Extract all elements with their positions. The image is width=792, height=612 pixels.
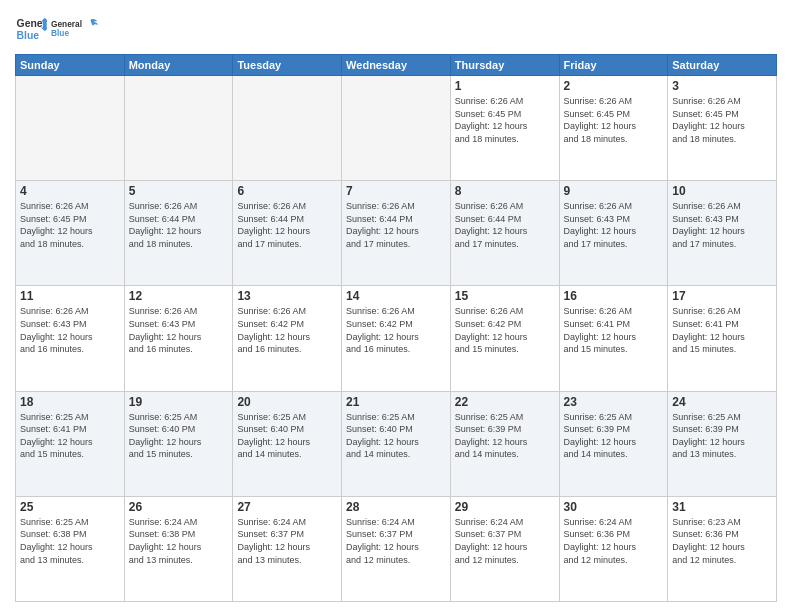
day-header-tuesday: Tuesday [233,55,342,76]
cell-info: Sunrise: 6:25 AM Sunset: 6:38 PM Dayligh… [20,516,120,566]
calendar-cell: 18Sunrise: 6:25 AM Sunset: 6:41 PM Dayli… [16,391,125,496]
calendar-cell: 4Sunrise: 6:26 AM Sunset: 6:45 PM Daylig… [16,181,125,286]
calendar-cell: 9Sunrise: 6:26 AM Sunset: 6:43 PM Daylig… [559,181,668,286]
calendar-cell: 14Sunrise: 6:26 AM Sunset: 6:42 PM Dayli… [342,286,451,391]
calendar-cell: 1Sunrise: 6:26 AM Sunset: 6:45 PM Daylig… [450,76,559,181]
cell-info: Sunrise: 6:25 AM Sunset: 6:40 PM Dayligh… [129,411,229,461]
calendar-cell: 24Sunrise: 6:25 AM Sunset: 6:39 PM Dayli… [668,391,777,496]
cell-info: Sunrise: 6:26 AM Sunset: 6:42 PM Dayligh… [455,305,555,355]
calendar-cell [233,76,342,181]
calendar-cell: 21Sunrise: 6:25 AM Sunset: 6:40 PM Dayli… [342,391,451,496]
day-header-friday: Friday [559,55,668,76]
calendar-cell: 2Sunrise: 6:26 AM Sunset: 6:45 PM Daylig… [559,76,668,181]
day-number: 9 [564,184,664,198]
logo-icon: General Blue [15,13,47,45]
day-number: 23 [564,395,664,409]
day-number: 22 [455,395,555,409]
cell-info: Sunrise: 6:26 AM Sunset: 6:43 PM Dayligh… [129,305,229,355]
cell-info: Sunrise: 6:23 AM Sunset: 6:36 PM Dayligh… [672,516,772,566]
calendar-cell: 15Sunrise: 6:26 AM Sunset: 6:42 PM Dayli… [450,286,559,391]
cell-info: Sunrise: 6:26 AM Sunset: 6:44 PM Dayligh… [129,200,229,250]
cell-info: Sunrise: 6:26 AM Sunset: 6:43 PM Dayligh… [672,200,772,250]
day-header-monday: Monday [124,55,233,76]
cell-info: Sunrise: 6:25 AM Sunset: 6:39 PM Dayligh… [564,411,664,461]
calendar-cell: 26Sunrise: 6:24 AM Sunset: 6:38 PM Dayli… [124,496,233,601]
calendar-header-row: SundayMondayTuesdayWednesdayThursdayFrid… [16,55,777,76]
day-header-thursday: Thursday [450,55,559,76]
calendar-cell: 5Sunrise: 6:26 AM Sunset: 6:44 PM Daylig… [124,181,233,286]
cell-info: Sunrise: 6:24 AM Sunset: 6:37 PM Dayligh… [455,516,555,566]
day-number: 19 [129,395,229,409]
cell-info: Sunrise: 6:26 AM Sunset: 6:43 PM Dayligh… [564,200,664,250]
day-number: 5 [129,184,229,198]
cell-info: Sunrise: 6:26 AM Sunset: 6:45 PM Dayligh… [564,95,664,145]
week-row-1: 1Sunrise: 6:26 AM Sunset: 6:45 PM Daylig… [16,76,777,181]
day-number: 13 [237,289,337,303]
calendar-cell: 27Sunrise: 6:24 AM Sunset: 6:37 PM Dayli… [233,496,342,601]
calendar-cell: 25Sunrise: 6:25 AM Sunset: 6:38 PM Dayli… [16,496,125,601]
day-number: 12 [129,289,229,303]
cell-info: Sunrise: 6:26 AM Sunset: 6:45 PM Dayligh… [455,95,555,145]
cell-info: Sunrise: 6:26 AM Sunset: 6:45 PM Dayligh… [672,95,772,145]
day-number: 15 [455,289,555,303]
calendar-cell: 3Sunrise: 6:26 AM Sunset: 6:45 PM Daylig… [668,76,777,181]
calendar-cell [342,76,451,181]
day-number: 28 [346,500,446,514]
calendar-cell: 29Sunrise: 6:24 AM Sunset: 6:37 PM Dayli… [450,496,559,601]
day-number: 16 [564,289,664,303]
day-number: 2 [564,79,664,93]
day-number: 7 [346,184,446,198]
calendar-cell: 31Sunrise: 6:23 AM Sunset: 6:36 PM Dayli… [668,496,777,601]
week-row-5: 25Sunrise: 6:25 AM Sunset: 6:38 PM Dayli… [16,496,777,601]
day-header-saturday: Saturday [668,55,777,76]
calendar-cell: 8Sunrise: 6:26 AM Sunset: 6:44 PM Daylig… [450,181,559,286]
calendar-cell: 22Sunrise: 6:25 AM Sunset: 6:39 PM Dayli… [450,391,559,496]
cell-info: Sunrise: 6:26 AM Sunset: 6:45 PM Dayligh… [20,200,120,250]
cell-info: Sunrise: 6:24 AM Sunset: 6:36 PM Dayligh… [564,516,664,566]
logo: General Blue General Blue [15,10,101,48]
cell-info: Sunrise: 6:26 AM Sunset: 6:41 PM Dayligh… [564,305,664,355]
day-header-wednesday: Wednesday [342,55,451,76]
cell-info: Sunrise: 6:25 AM Sunset: 6:39 PM Dayligh… [455,411,555,461]
cell-info: Sunrise: 6:24 AM Sunset: 6:37 PM Dayligh… [346,516,446,566]
day-number: 24 [672,395,772,409]
calendar-cell: 11Sunrise: 6:26 AM Sunset: 6:43 PM Dayli… [16,286,125,391]
cell-info: Sunrise: 6:26 AM Sunset: 6:42 PM Dayligh… [237,305,337,355]
day-number: 26 [129,500,229,514]
calendar-header: SundayMondayTuesdayWednesdayThursdayFrid… [16,55,777,76]
day-number: 4 [20,184,120,198]
day-number: 10 [672,184,772,198]
cell-info: Sunrise: 6:25 AM Sunset: 6:41 PM Dayligh… [20,411,120,461]
logo-bird-icon: General Blue [51,12,101,48]
day-number: 25 [20,500,120,514]
calendar-cell: 23Sunrise: 6:25 AM Sunset: 6:39 PM Dayli… [559,391,668,496]
day-number: 20 [237,395,337,409]
svg-text:Blue: Blue [51,28,69,38]
calendar-cell: 20Sunrise: 6:25 AM Sunset: 6:40 PM Dayli… [233,391,342,496]
cell-info: Sunrise: 6:24 AM Sunset: 6:38 PM Dayligh… [129,516,229,566]
day-number: 3 [672,79,772,93]
svg-text:General: General [51,19,82,29]
header: General Blue General Blue [15,10,777,48]
calendar-cell [124,76,233,181]
cell-info: Sunrise: 6:26 AM Sunset: 6:44 PM Dayligh… [237,200,337,250]
cell-info: Sunrise: 6:26 AM Sunset: 6:42 PM Dayligh… [346,305,446,355]
week-row-3: 11Sunrise: 6:26 AM Sunset: 6:43 PM Dayli… [16,286,777,391]
calendar-cell: 28Sunrise: 6:24 AM Sunset: 6:37 PM Dayli… [342,496,451,601]
cell-info: Sunrise: 6:24 AM Sunset: 6:37 PM Dayligh… [237,516,337,566]
day-number: 6 [237,184,337,198]
cell-info: Sunrise: 6:25 AM Sunset: 6:40 PM Dayligh… [237,411,337,461]
calendar-cell: 16Sunrise: 6:26 AM Sunset: 6:41 PM Dayli… [559,286,668,391]
day-number: 21 [346,395,446,409]
cell-info: Sunrise: 6:25 AM Sunset: 6:40 PM Dayligh… [346,411,446,461]
cell-info: Sunrise: 6:26 AM Sunset: 6:43 PM Dayligh… [20,305,120,355]
calendar-cell [16,76,125,181]
calendar-cell: 17Sunrise: 6:26 AM Sunset: 6:41 PM Dayli… [668,286,777,391]
calendar-table: SundayMondayTuesdayWednesdayThursdayFrid… [15,54,777,602]
day-number: 27 [237,500,337,514]
calendar-cell: 30Sunrise: 6:24 AM Sunset: 6:36 PM Dayli… [559,496,668,601]
day-number: 29 [455,500,555,514]
cell-info: Sunrise: 6:26 AM Sunset: 6:44 PM Dayligh… [455,200,555,250]
cell-info: Sunrise: 6:26 AM Sunset: 6:41 PM Dayligh… [672,305,772,355]
day-header-sunday: Sunday [16,55,125,76]
